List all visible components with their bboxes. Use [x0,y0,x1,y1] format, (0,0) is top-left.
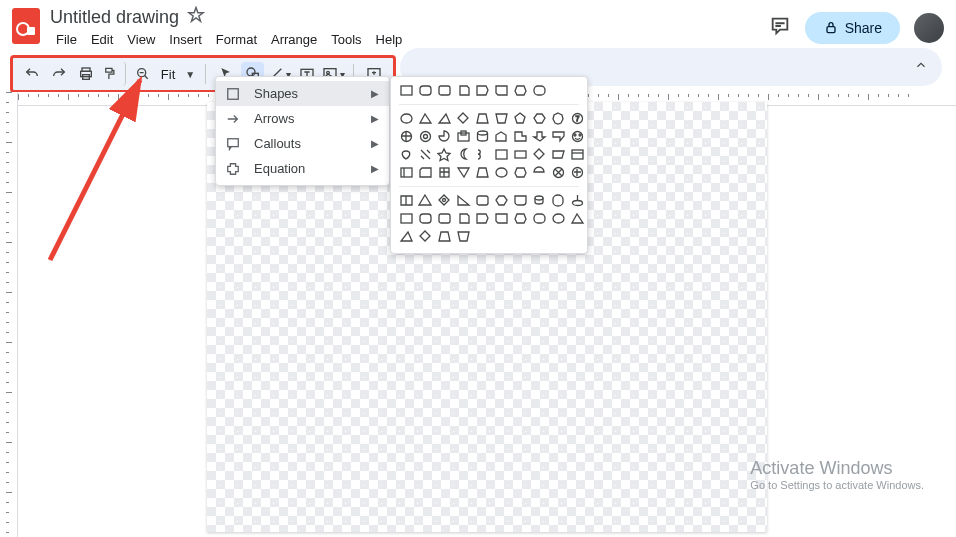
paint-format-button[interactable] [102,62,126,86]
shape-option[interactable] [475,111,490,126]
shape-option[interactable] [494,193,509,208]
shape-option[interactable] [494,211,509,226]
shape-option[interactable] [513,211,528,226]
menu-item-callouts[interactable]: Callouts▶ [216,131,389,156]
menu-insert[interactable]: Insert [163,30,208,49]
svg-rect-44 [420,214,431,223]
shape-option[interactable] [570,165,585,180]
shape-option[interactable] [437,193,452,208]
menu-edit[interactable]: Edit [85,30,119,49]
svg-rect-25 [458,133,469,141]
shape-option[interactable] [399,193,414,208]
shape-option[interactable] [437,83,452,98]
shape-option[interactable] [494,165,509,180]
app-icon[interactable] [12,8,40,44]
shape-option[interactable] [418,129,433,144]
shape-option[interactable] [532,193,547,208]
shape-option[interactable] [399,111,414,126]
menu-view[interactable]: View [121,30,161,49]
shape-option[interactable] [513,147,528,162]
shape-option[interactable] [437,111,452,126]
shape-option[interactable] [532,129,547,144]
shape-option[interactable] [418,147,433,162]
shape-option[interactable] [494,147,509,162]
share-button[interactable]: Share [805,12,900,44]
shape-option[interactable] [532,111,547,126]
redo-button[interactable] [48,62,71,86]
menu-help[interactable]: Help [370,30,409,49]
zoom-out-button[interactable] [132,62,155,86]
shape-option[interactable] [532,83,547,98]
shape-option[interactable] [456,165,471,180]
shape-option[interactable]: 7 [570,111,585,126]
shape-option[interactable] [551,111,566,126]
shape-option[interactable] [475,147,490,162]
shape-option[interactable] [418,111,433,126]
shape-option[interactable] [551,165,566,180]
zoom-select[interactable]: Fit▼ [161,67,195,82]
shape-option[interactable] [513,165,528,180]
shape-option[interactable] [475,129,490,144]
shape-option[interactable] [532,165,547,180]
shape-option[interactable] [551,193,566,208]
shape-option[interactable] [513,193,528,208]
shape-option[interactable] [399,147,414,162]
shape-option[interactable] [570,211,585,226]
shape-option[interactable] [437,165,452,180]
shape-option[interactable] [418,229,433,244]
shape-option[interactable] [494,129,509,144]
shape-option[interactable] [494,111,509,126]
shape-option[interactable] [456,83,471,98]
shape-option[interactable] [570,193,585,208]
shape-option[interactable] [437,229,452,244]
menu-format[interactable]: Format [210,30,263,49]
menu-tools[interactable]: Tools [325,30,367,49]
shape-option[interactable] [456,111,471,126]
shape-option[interactable] [437,129,452,144]
shape-option[interactable] [456,129,471,144]
shape-option[interactable] [418,193,433,208]
comments-icon[interactable] [769,15,791,41]
shape-option[interactable] [475,83,490,98]
doc-title[interactable]: Untitled drawing [50,7,179,28]
menu-item-arrows[interactable]: Arrows▶ [216,106,389,131]
shape-option[interactable] [494,83,509,98]
shape-option[interactable] [532,147,547,162]
menu-file[interactable]: File [50,30,83,49]
shape-option[interactable] [456,229,471,244]
shape-option[interactable] [570,147,585,162]
shape-option[interactable] [570,129,585,144]
shape-option[interactable] [399,211,414,226]
shape-option[interactable] [437,211,452,226]
shape-option[interactable] [399,83,414,98]
shape-option[interactable] [475,211,490,226]
shape-option[interactable] [399,229,414,244]
shape-option[interactable] [399,129,414,144]
shape-option[interactable] [437,147,452,162]
svg-point-39 [443,199,446,202]
shape-option[interactable] [475,193,490,208]
collapse-toolbar-icon[interactable] [914,58,928,76]
shape-option[interactable] [551,147,566,162]
star-icon[interactable] [187,6,205,28]
print-button[interactable] [75,62,98,86]
shape-option[interactable] [418,165,433,180]
menu-item-equation[interactable]: Equation▶ [216,156,389,181]
shape-option[interactable] [513,83,528,98]
shape-option[interactable] [475,165,490,180]
shape-option[interactable] [513,129,528,144]
shape-option[interactable] [532,211,547,226]
menu-item-shapes[interactable]: Shapes▶ [216,81,389,106]
shape-option[interactable] [456,211,471,226]
shape-option[interactable] [513,111,528,126]
shape-option[interactable] [551,211,566,226]
shape-option[interactable] [399,165,414,180]
shape-option[interactable] [418,83,433,98]
menu-arrange[interactable]: Arrange [265,30,323,49]
undo-button[interactable] [21,62,44,86]
shape-option[interactable] [551,129,566,144]
shape-option[interactable] [456,147,471,162]
user-avatar[interactable] [914,13,944,43]
shape-option[interactable] [456,193,471,208]
shape-option[interactable] [418,211,433,226]
